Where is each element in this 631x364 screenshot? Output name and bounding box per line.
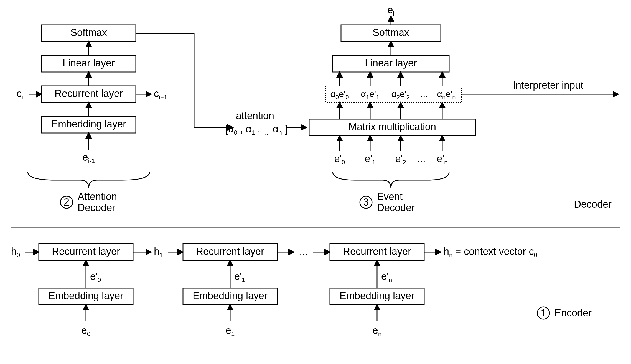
ep0: e'0 xyxy=(334,153,345,166)
event-decoder-label: 3 Event Decoder xyxy=(360,191,415,213)
enc-emb-0: Embedding layer xyxy=(49,290,123,301)
aen: αne'n xyxy=(437,89,456,100)
enc-emb-n: Embedding layer xyxy=(340,290,414,301)
enc-rec-0: Recurrent layer xyxy=(52,246,120,257)
ae-dots: ... xyxy=(421,89,428,99)
interpreter-input: Interpreter input xyxy=(513,80,583,91)
ep-dots: ... xyxy=(417,153,426,164)
en: en xyxy=(373,325,381,337)
svg-text:Decoder: Decoder xyxy=(377,202,415,213)
c-out: ci+1 xyxy=(154,88,167,101)
h0: h0 xyxy=(11,246,20,258)
circled-1-icon: 1 xyxy=(541,307,546,319)
attn-embedding: Embedding layer xyxy=(51,118,126,130)
attention-decoder-label: 2 Attention Decoder xyxy=(60,191,117,213)
attn-recurrent: Recurrent layer xyxy=(55,88,123,99)
matmul: Matrix multiplication xyxy=(348,121,436,132)
epnb: e'n xyxy=(381,271,392,283)
event-decoder: ei Softmax Linear layer α0e'0 α1e'1 α2e'… xyxy=(309,4,618,166)
enc-dots: ... xyxy=(299,246,308,257)
attention-word: attention xyxy=(236,110,274,121)
event-softmax: Softmax xyxy=(373,27,409,38)
ep1: e'1 xyxy=(365,153,375,166)
ae2: α2e'2 xyxy=(391,89,410,100)
enc-rec-n: Recurrent layer xyxy=(343,246,411,257)
attn-linear: Linear layer xyxy=(63,57,115,69)
svg-text:Attention: Attention xyxy=(78,191,117,202)
ep1b: e'1 xyxy=(234,271,245,283)
circled-2-icon: 2 xyxy=(64,196,69,208)
attention-vector: [α0 , α1 , ..., αn ] xyxy=(225,123,287,138)
c-in: ci xyxy=(17,88,23,101)
svg-text:Decoder: Decoder xyxy=(78,202,115,213)
epn: e'n xyxy=(437,153,447,166)
ae0: α0e'0 xyxy=(330,89,349,100)
e-out: ei xyxy=(388,4,395,17)
enc-rec-1: Recurrent layer xyxy=(196,246,264,257)
ae1: α1e'1 xyxy=(361,89,380,100)
circled-3-icon: 3 xyxy=(363,196,369,208)
e1: e1 xyxy=(226,325,235,337)
svg-text:Encoder: Encoder xyxy=(554,307,592,319)
event-linear: Linear layer xyxy=(365,57,417,69)
e-prev: ei-1 xyxy=(83,152,95,164)
attn-softmax: Softmax xyxy=(70,27,107,38)
encoder: h0 Recurrent layer e'0 Embedding layer e… xyxy=(11,244,537,337)
hn-eq: hn = context vector c0 xyxy=(444,246,537,258)
enc-emb-1: Embedding layer xyxy=(193,290,268,301)
attention-decoder: Softmax Linear layer Recurrent layer Emb… xyxy=(17,25,167,164)
ep0b: e'0 xyxy=(90,271,101,283)
encoder-label: 1 Encoder xyxy=(537,307,592,319)
decoder-section: Decoder xyxy=(574,199,612,210)
e0: e0 xyxy=(82,325,90,337)
h1: h1 xyxy=(154,246,163,258)
ep2: e'2 xyxy=(395,153,406,166)
svg-text:Event: Event xyxy=(377,191,403,202)
